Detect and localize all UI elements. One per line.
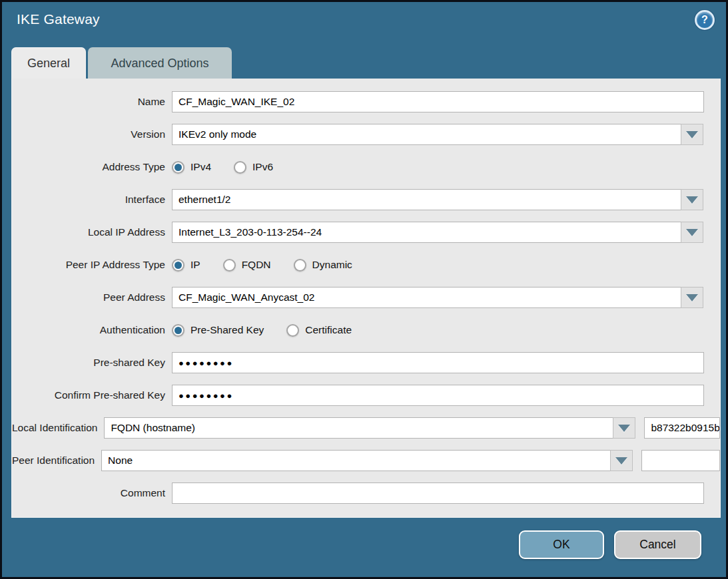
tab-general[interactable]: General xyxy=(11,47,86,79)
tab-bar: General Advanced Options xyxy=(11,47,232,79)
chevron-down-icon xyxy=(615,457,627,465)
radio-certificate-control[interactable] xyxy=(286,324,299,337)
version-input[interactable]: IKEv2 only mode xyxy=(172,124,681,145)
authentication-radio-group: Pre-Shared Key Certificate xyxy=(172,324,374,337)
version-dropdown: IKEv2 only mode xyxy=(172,124,703,145)
help-icon[interactable]: ? xyxy=(695,10,715,30)
chevron-down-icon xyxy=(686,229,698,236)
radio-ipv6-control[interactable] xyxy=(234,161,246,174)
local-identification-type-input[interactable]: FQDN (hostname) xyxy=(104,417,613,439)
comment-label: Comment xyxy=(12,487,172,499)
row-authentication: Authentication Pre-Shared Key Certificat… xyxy=(12,319,720,341)
peer-identification-label: Peer Identification xyxy=(12,455,101,467)
peer-identification-type-input[interactable]: None xyxy=(101,450,610,471)
radio-dynamic[interactable]: Dynamic xyxy=(294,259,352,272)
ike-gateway-dialog: IKE Gateway ? General Advanced Options N… xyxy=(0,0,728,579)
interface-label: Interface xyxy=(12,194,172,206)
radio-ip-control[interactable] xyxy=(172,259,184,272)
local-identification-type-dropdown: FQDN (hostname) xyxy=(104,417,635,439)
radio-ipv6[interactable]: IPv6 xyxy=(234,161,273,174)
row-preshared-key: Pre-shared Key ●●●●●●●● xyxy=(12,352,720,373)
titlebar: IKE Gateway xyxy=(17,11,100,27)
radio-dynamic-control[interactable] xyxy=(294,259,306,272)
tab-advanced-options[interactable]: Advanced Options xyxy=(88,47,232,79)
radio-fqdn-label: FQDN xyxy=(242,259,271,271)
radio-certificate-label: Certificate xyxy=(305,324,352,336)
row-version: Version IKEv2 only mode xyxy=(12,124,720,145)
row-local-ip: Local IP Address Internet_L3_203-0-113-2… xyxy=(12,222,720,243)
row-peer-ip-type: Peer IP Address Type IP FQDN Dynamic xyxy=(12,254,720,276)
name-label: Name xyxy=(12,96,172,108)
interface-dropdown-button[interactable] xyxy=(681,189,703,210)
radio-pre-shared-key-control[interactable] xyxy=(172,324,184,337)
row-address-type: Address Type IPv4 IPv6 xyxy=(12,156,720,178)
general-tab-panel: Name CF_Magic_WAN_IKE_02 Version IKEv2 o… xyxy=(11,79,721,518)
row-local-identification: Local Identification FQDN (hostname) b87… xyxy=(12,417,720,439)
local-identification-dropdown-button[interactable] xyxy=(613,417,635,439)
local-ip-dropdown: Internet_L3_203-0-113-254--24 xyxy=(172,222,703,243)
peer-ip-type-radio-group: IP FQDN Dynamic xyxy=(172,259,375,272)
radio-pre-shared-key[interactable]: Pre-Shared Key xyxy=(172,324,264,337)
peer-identification-type-dropdown: None xyxy=(101,450,633,471)
row-peer-identification: Peer Identification None xyxy=(12,450,720,471)
peer-address-label: Peer Address xyxy=(12,291,172,303)
interface-dropdown: ethernet1/2 xyxy=(172,189,703,210)
row-interface: Interface ethernet1/2 xyxy=(12,189,720,210)
preshared-key-input[interactable]: ●●●●●●●● xyxy=(172,352,704,373)
tab-general-label: General xyxy=(27,57,70,71)
address-type-label: Address Type xyxy=(12,161,172,173)
local-ip-input[interactable]: Internet_L3_203-0-113-254--24 xyxy=(172,222,681,243)
radio-fqdn[interactable]: FQDN xyxy=(223,259,271,272)
radio-ip-label: IP xyxy=(190,259,200,271)
radio-fqdn-control[interactable] xyxy=(223,259,236,272)
local-identification-label: Local Identification xyxy=(12,422,104,434)
radio-ip[interactable]: IP xyxy=(172,259,200,272)
chevron-down-icon xyxy=(618,425,630,432)
cancel-button[interactable]: Cancel xyxy=(614,530,701,559)
interface-input[interactable]: ethernet1/2 xyxy=(172,189,681,210)
peer-address-dropdown: CF_Magic_WAN_Anycast_02 xyxy=(172,287,703,308)
dialog-title: IKE Gateway xyxy=(17,11,100,27)
local-ip-label: Local IP Address xyxy=(12,226,172,238)
radio-ipv6-label: IPv6 xyxy=(252,161,273,173)
authentication-label: Authentication xyxy=(12,324,172,336)
local-ip-dropdown-button[interactable] xyxy=(681,222,703,243)
row-confirm-preshared-key: Confirm Pre-shared Key ●●●●●●●● xyxy=(12,385,720,406)
row-peer-address: Peer Address CF_Magic_WAN_Anycast_02 xyxy=(12,287,720,308)
chevron-down-icon xyxy=(686,131,698,138)
peer-address-dropdown-button[interactable] xyxy=(681,287,703,308)
radio-certificate[interactable]: Certificate xyxy=(286,324,352,337)
radio-ipv4[interactable]: IPv4 xyxy=(172,161,211,174)
name-input[interactable]: CF_Magic_WAN_IKE_02 xyxy=(172,91,704,112)
peer-identification-dropdown-button[interactable] xyxy=(610,450,633,471)
comment-input[interactable] xyxy=(172,482,704,504)
peer-identification-value-input[interactable] xyxy=(641,450,720,471)
radio-ipv4-control[interactable] xyxy=(172,161,184,174)
peer-address-input[interactable]: CF_Magic_WAN_Anycast_02 xyxy=(172,287,681,308)
local-identification-value-input[interactable]: b87322b0915b47158667bf1653990e66.33 xyxy=(644,417,720,439)
peer-ip-type-label: Peer IP Address Type xyxy=(12,259,172,271)
row-name: Name CF_Magic_WAN_IKE_02 xyxy=(12,91,720,112)
preshared-key-label: Pre-shared Key xyxy=(12,357,172,369)
ok-button[interactable]: OK xyxy=(519,530,604,559)
chevron-down-icon xyxy=(686,196,698,204)
chevron-down-icon xyxy=(686,294,698,301)
confirm-preshared-key-input[interactable]: ●●●●●●●● xyxy=(172,385,704,406)
radio-dynamic-label: Dynamic xyxy=(312,259,352,271)
radio-ipv4-label: IPv4 xyxy=(190,161,211,173)
confirm-preshared-key-label: Confirm Pre-shared Key xyxy=(12,389,172,401)
version-dropdown-button[interactable] xyxy=(681,124,703,145)
row-comment: Comment xyxy=(12,482,720,504)
version-label: Version xyxy=(12,128,172,140)
address-type-radio-group: IPv4 IPv6 xyxy=(172,161,296,174)
tab-advanced-options-label: Advanced Options xyxy=(111,57,208,71)
radio-pre-shared-key-label: Pre-Shared Key xyxy=(190,324,264,336)
